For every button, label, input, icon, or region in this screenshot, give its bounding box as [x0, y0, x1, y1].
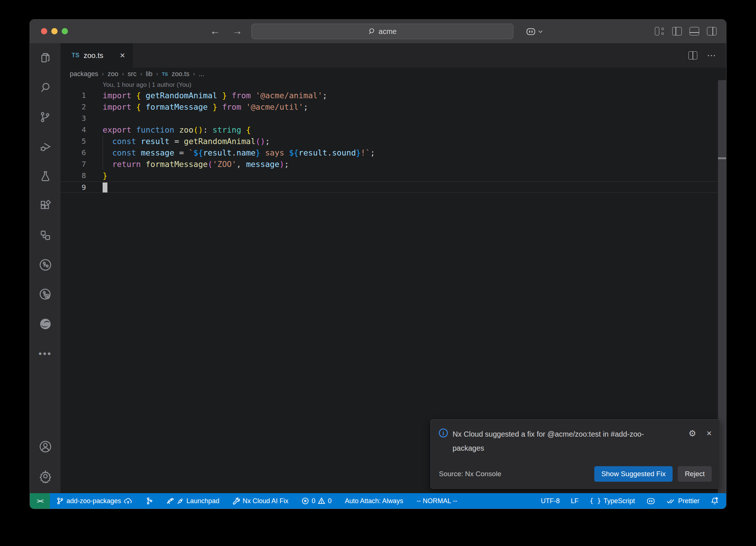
reject-button[interactable]: Reject [678, 466, 712, 482]
navigate-back-button[interactable]: ← [210, 20, 220, 43]
code-line-7[interactable]: 7 return formatMessage('ZOO', message); [61, 158, 718, 170]
status-bar: >< add-zoo-packages Launchpad Nx Cloud A… [30, 493, 726, 509]
line-number: 1 [61, 90, 86, 101]
source-control-icon[interactable] [30, 102, 61, 132]
search-sidebar-icon[interactable] [30, 73, 61, 102]
toggle-primary-sidebar-icon[interactable] [672, 27, 682, 35]
code-line-8[interactable]: 8} [61, 170, 718, 181]
references-icon[interactable] [30, 221, 61, 250]
bell-icon [711, 497, 719, 505]
warning-count: 0 [328, 497, 331, 505]
eol-item[interactable]: LF [571, 497, 578, 505]
nx-cloud-icon[interactable] [30, 280, 61, 309]
info-icon: i [439, 429, 448, 437]
typescript-file-icon: TS [72, 52, 79, 59]
code-line-9[interactable]: 9 [61, 181, 718, 193]
code-lines: 1import { getRandomAnimal } from '@acme/… [61, 90, 718, 193]
git-branch-icon [56, 497, 64, 505]
warning-icon [318, 497, 325, 505]
more-views-icon[interactable]: ••• [30, 339, 61, 368]
edge-devtools-icon[interactable] [30, 309, 61, 339]
minimize-window-button[interactable] [51, 28, 58, 34]
code-line-6[interactable]: 6 const message = `${result.name} says $… [61, 147, 718, 158]
explorer-icon[interactable] [30, 43, 61, 73]
breadcrumb-file[interactable]: zoo.ts [172, 70, 189, 78]
accounts-icon[interactable] [30, 432, 61, 461]
testing-icon[interactable] [30, 161, 61, 191]
line-number: 4 [61, 124, 86, 136]
command-center-search[interactable]: acme [251, 24, 513, 39]
auto-attach-label: Auto Attach: Always [345, 497, 403, 505]
breadcrumb-item[interactable]: packages [70, 70, 98, 78]
code-line-3[interactable]: 3 [61, 113, 718, 124]
nx-console-icon[interactable] [30, 250, 61, 280]
error-icon [302, 497, 309, 505]
copilot-status-item[interactable] [646, 496, 656, 506]
encoding-label: UTF-8 [541, 497, 560, 505]
split-editor-icon[interactable] [688, 51, 697, 59]
breadcrumb-more[interactable]: ... [199, 70, 204, 78]
toggle-panel-icon[interactable] [690, 27, 699, 35]
line-number: 3 [61, 113, 86, 124]
breadcrumb-item[interactable]: zoo [107, 70, 118, 78]
navigate-forward-button[interactable]: → [232, 20, 242, 43]
toggle-secondary-sidebar-icon[interactable] [707, 27, 717, 35]
breadcrumb-item[interactable]: src [128, 70, 137, 78]
nx-cloud-ai-fix-item[interactable]: Nx Cloud AI Fix [233, 497, 288, 505]
launchpad-item[interactable]: Launchpad [166, 497, 219, 505]
line-content: export function zoo(): string { [86, 124, 251, 136]
cloud-upload-icon [124, 497, 133, 505]
line-number: 7 [61, 158, 86, 170]
settings-gear-icon[interactable] [30, 461, 61, 491]
search-value: acme [379, 27, 397, 36]
line-content: import { formatMessage } from '@acme/uti… [86, 101, 308, 113]
git-blame-codelens[interactable]: You, 1 hour ago | 1 author (You) [61, 80, 718, 90]
line-content [86, 182, 103, 192]
eol-label: LF [571, 497, 578, 505]
encoding-item[interactable]: UTF-8 [541, 497, 560, 505]
run-debug-icon[interactable] [30, 132, 61, 161]
code-line-1[interactable]: 1import { getRandomAnimal } from '@acme/… [61, 90, 718, 101]
code-line-4[interactable]: 4export function zoo(): string { [61, 124, 718, 136]
titlebar: ← → acme [30, 20, 726, 43]
chevron-down-icon [538, 30, 543, 33]
line-content: } [86, 170, 107, 181]
notifications-bell-item[interactable] [711, 497, 719, 505]
language-label: TypeScript [604, 497, 635, 505]
git-branch-item[interactable]: add-zoo-packages [56, 497, 133, 505]
line-content: return formatMessage('ZOO', message); [86, 158, 289, 170]
chevron-right-icon: › [102, 71, 104, 77]
tab-close-icon[interactable]: × [120, 51, 125, 60]
double-check-icon [667, 498, 676, 504]
breadcrumb-item[interactable]: lib [146, 70, 152, 78]
code-line-5[interactable]: 5 const result = getRandomAnimal(); [61, 136, 718, 147]
close-window-button[interactable] [41, 28, 47, 34]
extensions-icon[interactable] [30, 191, 61, 221]
problems-item[interactable]: 0 0 [302, 497, 331, 505]
notification-close-icon[interactable]: × [707, 428, 712, 438]
copilot-menu-button[interactable] [525, 26, 543, 37]
show-suggested-fix-button[interactable]: Show Suggested Fix [594, 466, 673, 482]
line-content: const result = getRandomAnimal(); [86, 136, 270, 147]
code-line-2[interactable]: 2import { formatMessage } from '@acme/ut… [61, 101, 718, 113]
line-number: 9 [61, 182, 86, 192]
vim-mode-item[interactable]: -- NORMAL -- [416, 497, 457, 505]
notification-settings-icon[interactable]: ⚙ [688, 429, 696, 438]
line-number: 6 [61, 147, 86, 158]
more-actions-icon[interactable]: ⋯ [707, 50, 717, 61]
customize-layout-icon[interactable] [655, 27, 664, 35]
prettier-label: Prettier [678, 497, 700, 505]
language-mode-item[interactable]: { } TypeScript [590, 497, 635, 505]
line-content: const message = `${result.name} says ${r… [86, 147, 375, 158]
remote-indicator[interactable]: >< [30, 493, 50, 509]
auto-attach-item[interactable]: Auto Attach: Always [345, 497, 403, 505]
tab-zoo-ts[interactable]: TS zoo.ts × [61, 43, 133, 68]
indent-guide [103, 136, 103, 170]
notification-toast: i Nx Cloud suggested a fix for @acme/zoo… [430, 419, 720, 489]
search-icon [368, 28, 376, 35]
nx-graph-icon [146, 497, 153, 505]
chevron-right-icon: › [122, 71, 124, 77]
zoom-window-button[interactable] [62, 28, 68, 34]
nx-project-graph-item[interactable] [146, 497, 153, 505]
prettier-item[interactable]: Prettier [667, 497, 700, 505]
